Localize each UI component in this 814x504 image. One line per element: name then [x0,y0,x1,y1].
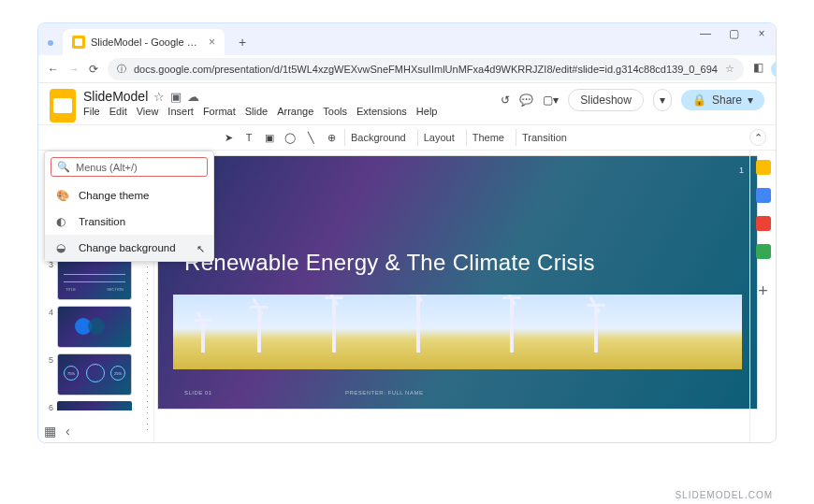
menu-search-input[interactable]: 🔍 Menus (Alt+/) [51,157,208,177]
slides-logo-icon[interactable] [50,89,76,122]
menu-slide[interactable]: Slide [245,106,268,117]
slide-thumbnail-6[interactable] [57,401,132,410]
history-icon[interactable]: ↺ [501,94,510,107]
menu-bar: File Edit View Insert Format Slide Arran… [83,106,493,117]
panel-item-change-theme[interactable]: 🎨 Change theme [45,182,213,209]
window-controls: — ▢ × [697,27,770,40]
slideshow-dropdown[interactable]: ▾ [653,89,672,111]
slide-thumbnail-3[interactable]: TITLE SECTION [57,258,132,300]
address-bar[interactable]: ⓘ docs.google.com/presentation/d/1t5WL4x… [108,58,744,80]
slide-page-number: 1 [739,166,744,175]
textbox-tool-icon[interactable]: T [241,132,256,143]
maximize-icon[interactable]: ▢ [725,27,742,40]
slide-canvas[interactable]: 1 Renewable Energy & The Climate Crisis … [158,156,757,409]
slide-image-band [173,295,742,369]
forward-icon[interactable]: → [68,62,80,77]
menu-search-placeholder: Menus (Alt+/) [76,162,138,173]
slide-footer-left: SLIDE 01 [184,390,212,396]
maps-icon[interactable] [756,244,771,259]
palette-icon: 🎨 [56,189,69,202]
transition-icon: ◐ [56,215,69,228]
tab-close-icon[interactable]: × [209,36,215,49]
document-title[interactable]: SlideModel [83,89,148,104]
slide-title: Renewable Energy & The Climate Crisis [184,250,595,276]
menu-help[interactable]: Help [416,106,438,117]
extensions-area: ◧ ⋮ [753,61,777,78]
new-tab-button[interactable]: + [232,32,253,52]
image-tool-icon[interactable]: ▣ [262,132,277,144]
thumb-number: 4 [44,306,53,317]
format-toolbar: ➤ T ▣ ◯ ╲ ⊕ Background Layout Theme Tran… [38,124,776,151]
menu-file[interactable]: File [83,106,100,117]
pointer-tool-icon[interactable]: ➤ [221,132,236,144]
cursor-icon: ↖ [196,243,205,255]
shape-tool-icon[interactable]: ◯ [283,132,298,144]
tab-title: SlideModel - Google Slides [91,36,203,48]
move-doc-icon[interactable]: ▣ [170,90,182,104]
panel-item-label: Change background [79,242,176,253]
menu-extensions[interactable]: Extensions [356,106,407,117]
app-body: 🔍 Menus (Alt+/) 🎨 Change theme ◐ Transit… [38,151,776,442]
reload-icon[interactable]: ⟳ [89,62,98,77]
transition-button[interactable]: Transition [516,129,573,146]
canvas-area: 1 Renewable Energy & The Climate Crisis … [141,151,776,442]
slide-footer-mid: PRESENTER: FULL NAME [345,390,423,396]
url-text: docs.google.com/presentation/d/1t5WL4xzg… [134,64,718,75]
share-button[interactable]: 🔒 Share ▾ [681,90,764,110]
panel-item-change-background[interactable]: ◒ Change background ↖ [45,235,213,261]
slideshow-button[interactable]: Slideshow [568,89,644,111]
keep-icon[interactable] [756,160,771,175]
back-icon[interactable]: ← [48,62,59,77]
layout-button[interactable]: Layout [417,129,460,146]
menu-view[interactable]: View [137,106,159,117]
thumb-number: 6 [44,401,53,412]
thumb-number: 5 [44,353,53,365]
comment-tool-icon[interactable]: ⊕ [324,132,339,144]
line-tool-icon[interactable]: ╲ [303,132,318,144]
profile-avatar[interactable] [771,61,777,78]
slide-thumbnail-5[interactable]: 75% 25% [57,353,132,396]
star-doc-icon[interactable]: ☆ [153,90,165,104]
theme-button[interactable]: Theme [466,129,510,146]
side-panel-rail: + [749,151,776,442]
menu-edit[interactable]: Edit [109,106,127,117]
bookmark-star-icon[interactable]: ☆ [725,63,734,75]
comments-icon[interactable]: 💬 [519,94,533,107]
tab-indicator [48,40,53,46]
menu-arrange[interactable]: Arrange [277,106,313,117]
panel-item-transition[interactable]: ◐ Transition [45,209,213,235]
bottom-view-bar: ▦ ‹ [44,424,70,439]
search-icon: 🔍 [57,161,70,173]
browser-tab[interactable]: SlideModel - Google Slides × [63,29,225,55]
prev-slide-icon[interactable]: ‹ [65,424,70,439]
panel-item-label: Change theme [79,190,149,201]
browser-tabstrip: SlideModel - Google Slides × + — ▢ × [38,23,776,55]
menu-format[interactable]: Format [203,106,236,117]
background-button[interactable]: Background [344,129,412,146]
cloud-status-icon[interactable]: ☁ [187,90,199,104]
extensions-icon[interactable]: ◧ [753,61,763,78]
browser-toolbar: ← → ⟳ ⓘ docs.google.com/presentation/d/1… [38,55,776,83]
close-window-icon[interactable]: × [753,27,770,40]
browser-window: SlideModel - Google Slides × + — ▢ × ← →… [37,22,777,443]
menu-tools[interactable]: Tools [323,106,347,117]
slides-favicon-icon [72,36,85,49]
app-header: SlideModel ☆ ▣ ☁ File Edit View Insert F… [38,83,776,124]
panel-item-label: Transition [79,216,125,227]
contacts-icon[interactable] [756,216,771,231]
droplet-icon: ◒ [56,241,69,254]
menu-insert[interactable]: Insert [167,106,194,117]
watermark-text: SLIDEMODEL.COM [675,490,773,500]
collapse-toolbar-icon[interactable]: ⌃ [749,129,766,146]
menu-search-panel: 🔍 Menus (Alt+/) 🎨 Change theme ◐ Transit… [44,151,214,262]
slide-thumbnail-4[interactable] [57,306,132,348]
meet-button[interactable]: ▢▾ [543,94,559,107]
addons-plus-icon[interactable]: + [758,281,768,301]
grid-view-icon[interactable]: ▦ [44,424,56,439]
tasks-icon[interactable] [756,188,771,203]
minimize-icon[interactable]: — [697,27,714,40]
site-info-icon[interactable]: ⓘ [117,63,126,76]
